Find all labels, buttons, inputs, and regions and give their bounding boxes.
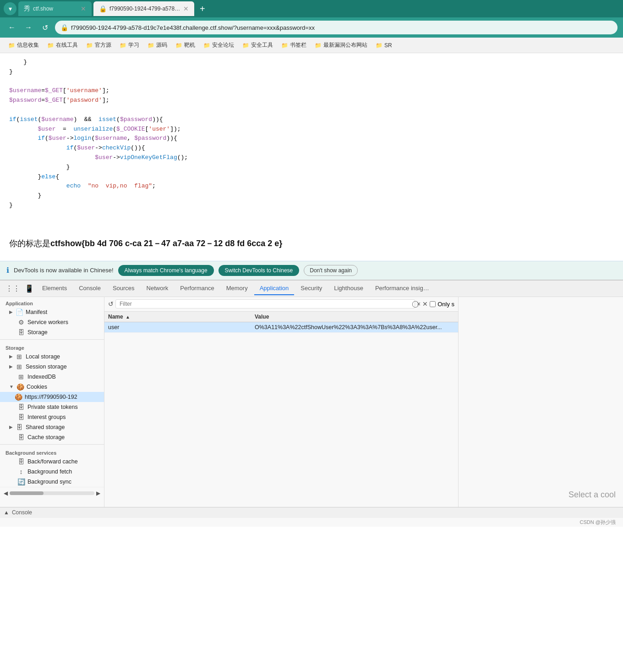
devtools-body: Application ▶ 📄 Manifest ⚙ Service worke… bbox=[0, 297, 623, 507]
sidebar-item-cookies-url[interactable]: 🍪 https://f7990590-192 bbox=[0, 392, 104, 402]
application-section-label: Application bbox=[0, 297, 104, 307]
bookmark-item[interactable]: 📁 官方源 bbox=[83, 40, 114, 50]
select-hint-text: Select a cool bbox=[568, 490, 616, 500]
cookies-url-label: https://f7990590-192 bbox=[25, 394, 77, 400]
bookmark-folder-icon: 📁 bbox=[148, 42, 154, 49]
devtools-elements-icon[interactable]: ⋮⋮ bbox=[4, 282, 22, 295]
tab-performance[interactable]: Performance bbox=[175, 282, 219, 295]
tab-memory[interactable]: Memory bbox=[221, 282, 253, 295]
tab-console[interactable]: Console bbox=[73, 282, 106, 295]
dont-show-again-button[interactable]: Don't show again bbox=[304, 265, 358, 276]
bookmark-folder-icon: 📁 bbox=[281, 42, 288, 49]
bookmark-item[interactable]: 📁 最新漏洞公布网站 bbox=[312, 40, 370, 50]
devtools-device-icon[interactable]: 📱 bbox=[23, 282, 36, 295]
sidebar-item-shared-storage[interactable]: ▶ 🗄 Shared storage bbox=[0, 422, 104, 432]
sort-arrow: ▲ bbox=[126, 314, 130, 319]
bookmark-item[interactable]: 📁 源码 bbox=[145, 40, 170, 50]
sidebar-item-interest-groups[interactable]: 🗄 Interest groups bbox=[0, 412, 104, 422]
bookmark-item[interactable]: 📁 安全论坛 bbox=[201, 40, 237, 50]
sidebar-item-private-state[interactable]: 🗄 Private state tokens bbox=[0, 402, 104, 412]
tab2-close[interactable]: ✕ bbox=[183, 5, 189, 12]
bookmark-label: 安全工具 bbox=[251, 41, 273, 49]
bookmark-item[interactable]: 📁 学习 bbox=[117, 40, 142, 50]
interest-groups-label: Interest groups bbox=[27, 414, 66, 420]
cookies-arrow: ▼ bbox=[9, 384, 14, 389]
watermark-bar: CSDN @孙少强 bbox=[0, 518, 623, 527]
code-area: } } $username=$_GET['username']; $passwo… bbox=[9, 58, 614, 210]
flag-value: ctfshow{bb 4d 706 c-ca 21－47 a7-aa 72－12… bbox=[50, 239, 282, 248]
sidebar-item-storage-app[interactable]: 🗄 Storage bbox=[0, 327, 104, 337]
address-input-wrap[interactable]: 🔒 f7990590-1924-4799-a578-d19c7e1e438f.c… bbox=[55, 21, 618, 34]
tab-ctf-show[interactable]: 秀 ctf.show ✕ bbox=[18, 1, 92, 16]
sidebar-item-background-fetch[interactable]: ↕ Background fetch bbox=[0, 467, 104, 477]
tab-application[interactable]: Application bbox=[254, 282, 295, 295]
col-value[interactable]: Value bbox=[251, 312, 458, 322]
bookmark-item[interactable]: 📁 安全工具 bbox=[240, 40, 276, 50]
bookmark-label: 官方源 bbox=[95, 41, 111, 49]
switch-to-chinese-button[interactable]: Switch DevTools to Chinese bbox=[219, 265, 300, 276]
console-bar-label[interactable]: Console bbox=[12, 509, 32, 516]
bookmark-label: 学习 bbox=[128, 41, 139, 49]
bookmark-item[interactable]: 📁 信息收集 bbox=[5, 40, 42, 50]
sidebar-item-cache-storage[interactable]: 🗄 Cache storage bbox=[0, 432, 104, 442]
tab-security[interactable]: Security bbox=[295, 282, 328, 295]
bookmark-folder-icon: 📁 bbox=[376, 42, 383, 49]
bookmark-item[interactable]: 📁 SR bbox=[373, 41, 395, 50]
sidebar-item-back-forward-cache[interactable]: 🗄 Back/forward cache bbox=[0, 457, 104, 467]
back-button[interactable]: ← bbox=[5, 21, 18, 34]
new-tab-button[interactable]: + bbox=[196, 4, 209, 14]
filter-delete-btn[interactable]: ✕ bbox=[422, 300, 428, 308]
tab1-favicon: 秀 bbox=[24, 5, 30, 13]
tab2-title: f7990590-1924-4799-a578-c... bbox=[109, 6, 180, 12]
cookies-table: Name ▲ Value user O%3A11%3A%22ctfShowUse… bbox=[104, 312, 458, 333]
cookies-url-icon: 🍪 bbox=[15, 393, 22, 401]
sidebar-item-session-storage[interactable]: ▶ ⊞ Session storage bbox=[0, 362, 104, 372]
devtools-right-panel: Select a cool bbox=[458, 297, 623, 507]
tab-sources[interactable]: Sources bbox=[107, 282, 140, 295]
flag-display: 你的标志是ctfshow{bb 4d 706 c-ca 21－47 a7-aa … bbox=[9, 238, 614, 249]
bookmark-item[interactable]: 📁 靶机 bbox=[173, 40, 198, 50]
forward-button[interactable]: → bbox=[22, 21, 35, 34]
bookmark-label: 源码 bbox=[156, 41, 167, 49]
bookmark-folder-icon: 📁 bbox=[242, 42, 249, 49]
filter-refresh-button[interactable]: ↺ bbox=[108, 300, 114, 308]
sidebar-item-service-workers[interactable]: ⚙ Service workers bbox=[0, 317, 104, 327]
private-state-label: Private state tokens bbox=[27, 404, 78, 410]
scroll-left-arrow[interactable]: ◀ bbox=[4, 490, 8, 496]
bookmark-label: SR bbox=[384, 42, 392, 49]
filter-clear-expression-btn[interactable]: ⃝× bbox=[417, 300, 421, 308]
tab-dropdown-btn[interactable]: ▾ bbox=[4, 2, 16, 15]
tab-performance-insights[interactable]: Performance insig… bbox=[370, 282, 435, 295]
filter-input[interactable] bbox=[115, 299, 415, 308]
bookmark-item[interactable]: 📁 在线工具 bbox=[44, 40, 81, 50]
table-header-row: Name ▲ Value bbox=[104, 312, 458, 322]
table-row[interactable]: user O%3A11%3A%22ctfShowUser%22%3A3%3A%7… bbox=[104, 322, 458, 332]
sidebar-item-background-sync[interactable]: 🔄 Background sync bbox=[0, 477, 104, 487]
session-storage-icon: ⊞ bbox=[16, 363, 23, 370]
tab2-favicon: 🔒 bbox=[99, 5, 107, 12]
tab-elements[interactable]: Elements bbox=[37, 282, 72, 295]
bookmark-item[interactable]: 📁 书签栏 bbox=[279, 40, 309, 50]
tab1-close[interactable]: ✕ bbox=[81, 5, 86, 12]
always-match-language-button[interactable]: Always match Chrome's language bbox=[118, 265, 214, 276]
shared-storage-icon: 🗄 bbox=[16, 424, 23, 431]
address-text: f7990590-1924-4799-a578-d19c7e1e438f.cha… bbox=[71, 24, 612, 31]
devtools-notification: ℹ DevTools is now available in Chinese! … bbox=[0, 261, 623, 280]
sidebar-item-indexed-db[interactable]: ⊞ IndexedDB bbox=[0, 372, 104, 382]
reload-button[interactable]: ↺ bbox=[38, 21, 51, 34]
shared-storage-arrow: ▶ bbox=[9, 424, 13, 430]
sidebar-item-manifest[interactable]: ▶ 📄 Manifest bbox=[0, 307, 104, 317]
local-storage-label: Local storage bbox=[26, 353, 60, 360]
scroll-right-arrow[interactable]: ▶ bbox=[96, 490, 100, 496]
col-name[interactable]: Name ▲ bbox=[104, 312, 251, 322]
tab-challenge[interactable]: 🔒 f7990590-1924-4799-a578-c... ✕ bbox=[93, 1, 194, 16]
service-workers-icon: ⚙ bbox=[17, 319, 25, 326]
tab-network[interactable]: Network bbox=[141, 282, 174, 295]
sidebar-item-cookies[interactable]: ▼ 🍪 Cookies bbox=[0, 382, 104, 392]
sidebar-item-local-storage[interactable]: ▶ ⊞ Local storage bbox=[0, 352, 104, 362]
only-show-checkbox[interactable] bbox=[430, 301, 436, 307]
cookies-icon: 🍪 bbox=[16, 383, 24, 391]
bookmark-label: 在线工具 bbox=[56, 41, 78, 49]
tab-lighthouse[interactable]: Lighthouse bbox=[328, 282, 369, 295]
bookmark-label: 信息收集 bbox=[17, 41, 39, 49]
